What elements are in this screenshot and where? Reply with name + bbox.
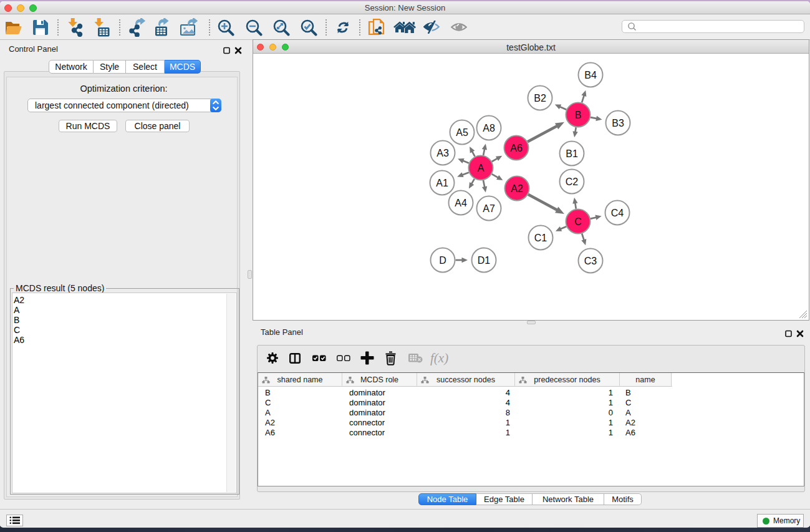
- svg-text:A5: A5: [456, 127, 468, 138]
- svg-text:D1: D1: [478, 255, 491, 266]
- svg-text:C4: C4: [611, 208, 624, 218]
- svg-text:B: B: [575, 110, 582, 120]
- svg-text:B3: B3: [612, 118, 624, 128]
- svg-text:B4: B4: [584, 70, 597, 80]
- svg-text:D: D: [439, 255, 446, 266]
- svg-text:A3: A3: [436, 148, 449, 158]
- svg-text:B2: B2: [534, 93, 546, 104]
- svg-text:C1: C1: [534, 233, 547, 243]
- svg-text:C2: C2: [566, 177, 579, 187]
- svg-text:A8: A8: [483, 123, 495, 133]
- svg-text:C3: C3: [584, 256, 597, 266]
- svg-text:A: A: [478, 163, 485, 173]
- svg-text:C: C: [574, 216, 582, 227]
- svg-text:A1: A1: [436, 178, 448, 188]
- svg-text:A4: A4: [455, 198, 467, 208]
- svg-text:A6: A6: [510, 143, 523, 153]
- svg-text:B1: B1: [566, 148, 578, 159]
- svg-text:A2: A2: [511, 183, 523, 194]
- svg-text:A7: A7: [483, 203, 495, 214]
